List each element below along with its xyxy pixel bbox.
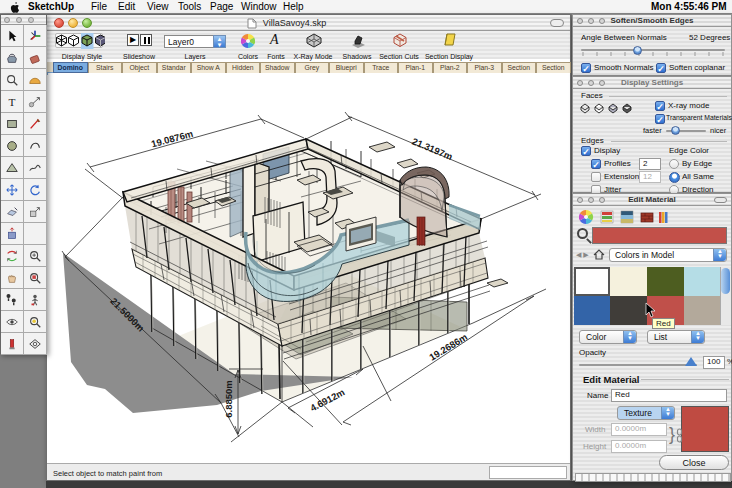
svg-text:19.0876m: 19.0876m: [150, 128, 194, 150]
svg-text:T: T: [9, 96, 16, 108]
svg-text:21.3197m: 21.3197m: [411, 135, 455, 162]
svg-text:6.8850m: 6.8850m: [223, 380, 234, 418]
